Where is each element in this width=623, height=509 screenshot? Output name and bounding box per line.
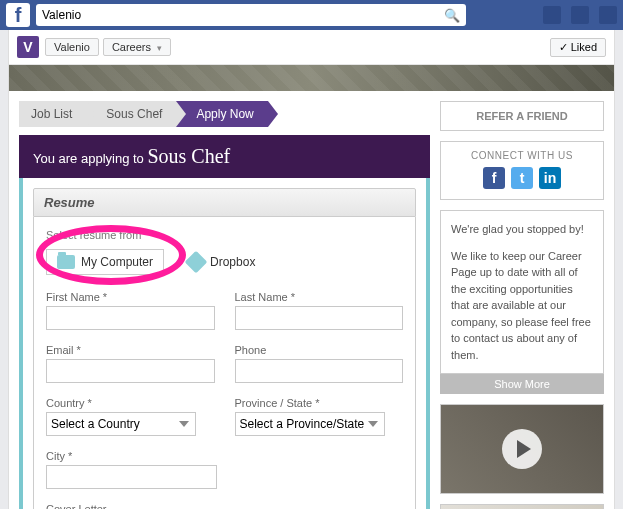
last-name-label: Last Name * [235, 291, 404, 303]
dropbox-icon [185, 251, 208, 274]
facebook-search-input[interactable] [42, 8, 444, 22]
sidebar: REFER A FRIEND CONNECT WITH US f t in We… [440, 101, 604, 509]
facebook-logo-icon[interactable]: f [6, 3, 30, 27]
liked-button[interactable]: ✓ Liked [550, 38, 606, 57]
video-thumbnail[interactable] [440, 404, 604, 494]
email-input[interactable] [46, 359, 215, 383]
my-computer-label: My Computer [81, 255, 153, 269]
twitter-social-icon[interactable]: t [511, 167, 533, 189]
first-name-input[interactable] [46, 306, 215, 330]
messages-icon[interactable] [571, 6, 589, 24]
first-name-label: First Name * [46, 291, 215, 303]
upload-dropbox-button[interactable]: Dropbox [178, 249, 265, 275]
breadcrumb-apply-now: Apply Now [176, 101, 267, 127]
chevron-down-icon: ▾ [157, 43, 162, 53]
play-icon [502, 429, 542, 469]
phone-label: Phone [235, 344, 404, 356]
email-label: Email * [46, 344, 215, 356]
facebook-social-icon[interactable]: f [483, 167, 505, 189]
resume-upload-row: My Computer Dropbox [46, 249, 403, 275]
welcome-box: We're glad you stopped by! We like to ke… [440, 210, 604, 374]
facebook-top-bar: f 🔍 [0, 0, 623, 30]
cover-letter-label: Cover Letter [46, 503, 403, 509]
folder-icon [57, 255, 75, 269]
upload-my-computer-button[interactable]: My Computer [46, 249, 164, 275]
province-label: Province / State * [235, 397, 404, 409]
apply-banner-prefix: You are applying to [33, 151, 147, 166]
friend-requests-icon[interactable] [543, 6, 561, 24]
apply-banner: You are applying to Sous Chef [19, 135, 430, 178]
linkedin-social-icon[interactable]: in [539, 167, 561, 189]
breadcrumb: Job List Sous Chef Apply Now [19, 101, 430, 127]
refer-a-friend-button[interactable]: REFER A FRIEND [440, 101, 604, 131]
province-select[interactable]: Select a Province/State [235, 412, 385, 436]
careers-tab-label: Careers [112, 41, 151, 53]
breadcrumb-job-title[interactable]: Sous Chef [86, 101, 176, 127]
image-thumbnail[interactable] [440, 504, 604, 509]
country-label: Country * [46, 397, 215, 409]
liked-label: Liked [571, 41, 597, 53]
apply-banner-job: Sous Chef [147, 145, 230, 167]
select-resume-from-label: Select resume from [46, 229, 403, 241]
welcome-line1: We're glad you stopped by! [451, 221, 593, 238]
page-app-icon[interactable]: V [17, 36, 39, 58]
main-column: Job List Sous Chef Apply Now You are app… [19, 101, 430, 509]
facebook-notif-area [543, 6, 617, 24]
application-form: Resume Select resume from My Computer Dr… [19, 178, 430, 509]
phone-input[interactable] [235, 359, 404, 383]
city-label: City * [46, 450, 217, 462]
check-icon: ✓ [559, 41, 568, 54]
city-input[interactable] [46, 465, 217, 489]
page-header-bar: V Valenio Careers ▾ ✓ Liked [9, 30, 614, 65]
notifications-icon[interactable] [599, 6, 617, 24]
dropbox-label: Dropbox [210, 255, 255, 269]
page-container: V Valenio Careers ▾ ✓ Liked Job List Sou… [8, 30, 615, 509]
connect-box: CONNECT WITH US f t in [440, 141, 604, 200]
facebook-search[interactable]: 🔍 [36, 4, 466, 26]
connect-header: CONNECT WITH US [441, 142, 603, 161]
welcome-body: We like to keep our Career Page up to da… [451, 248, 593, 364]
country-select[interactable]: Select a Country [46, 412, 196, 436]
page-name-tab[interactable]: Valenio [45, 38, 99, 56]
resume-section-header: Resume [33, 188, 416, 217]
cover-photo [9, 65, 614, 91]
search-icon[interactable]: 🔍 [444, 8, 460, 23]
careers-tab[interactable]: Careers ▾ [103, 38, 171, 56]
last-name-input[interactable] [235, 306, 404, 330]
show-more-button[interactable]: Show More [440, 374, 604, 394]
breadcrumb-job-list[interactable]: Job List [19, 101, 86, 127]
